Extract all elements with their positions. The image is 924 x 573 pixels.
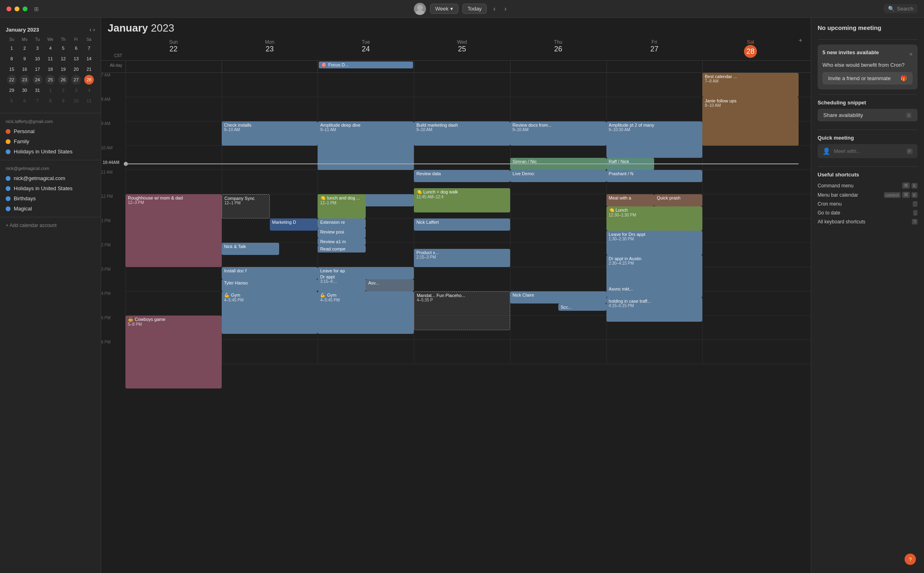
mini-cal-day[interactable]: 6 bbox=[71, 43, 81, 53]
calendar-event[interactable]: Raff / Nick bbox=[606, 158, 655, 170]
allday-cell-3[interactable]: 🎯 Focus D... bbox=[318, 61, 414, 72]
time-cell-4-8[interactable] bbox=[414, 267, 510, 291]
mini-cal-day[interactable]: 2 bbox=[20, 43, 30, 53]
time-cell-5-6[interactable] bbox=[510, 219, 606, 243]
calendar-event[interactable]: Review docs from...9–10 AM bbox=[510, 121, 606, 146]
calendar-event[interactable]: 🤠 Cowboys game5–8 PM bbox=[125, 316, 222, 388]
invite-friend-button[interactable]: Invite a friend or teammate 🎁 bbox=[822, 72, 913, 85]
sidebar-item-family[interactable]: Family bbox=[0, 136, 101, 146]
mini-cal-day[interactable]: 27 bbox=[71, 75, 81, 85]
calendar-event[interactable]: Build marketing dash9–10 AM bbox=[414, 121, 510, 146]
calendar-event[interactable]: Install doc f bbox=[222, 267, 318, 279]
mini-cal-day[interactable]: 25 bbox=[45, 75, 55, 85]
time-cell-5-11[interactable] bbox=[510, 340, 606, 364]
time-cell-5-0[interactable] bbox=[510, 73, 606, 97]
calendar-event[interactable]: Review data bbox=[414, 170, 510, 182]
calendar-event[interactable]: Janie follow ups8–10 AM bbox=[702, 97, 799, 146]
day-header-24[interactable]: Tue24 bbox=[318, 37, 414, 60]
time-cell-2-0[interactable] bbox=[222, 73, 318, 97]
calendar-event[interactable]: 🍋 Lunch + dog walk11:45 AM–12:4 bbox=[414, 188, 510, 212]
day-header-28[interactable]: Sat28 bbox=[702, 37, 799, 60]
calendar-event[interactable]: Check installs9–10 AM bbox=[222, 121, 318, 146]
calendar-event[interactable]: Nick Claire bbox=[510, 291, 606, 303]
mini-cal-day[interactable]: 11 bbox=[45, 54, 55, 64]
mini-cal-day[interactable]: 15 bbox=[7, 64, 17, 74]
mini-cal-day[interactable]: 4 bbox=[84, 85, 94, 95]
week-view-button[interactable]: Week ▾ bbox=[430, 4, 458, 14]
shortcut-row[interactable]: Command menu⌘K bbox=[818, 181, 918, 190]
meet-with-input[interactable] bbox=[834, 148, 903, 154]
time-cell-3-0[interactable] bbox=[318, 73, 414, 97]
invites-close-button[interactable]: × bbox=[909, 51, 913, 57]
time-cell-6-0[interactable] bbox=[606, 73, 703, 97]
allday-cell-6[interactable] bbox=[606, 61, 703, 72]
time-cell-7-3[interactable] bbox=[702, 146, 799, 170]
time-cell-5-8[interactable] bbox=[510, 267, 606, 291]
time-cell-1-9[interactable] bbox=[125, 291, 222, 316]
calendar-event[interactable]: Quick prash bbox=[654, 194, 702, 206]
calendar-event[interactable]: Best calendar ...7–8 AM bbox=[702, 73, 799, 97]
time-cell-4-0[interactable] bbox=[414, 73, 510, 97]
calendar-event[interactable]: 💪 Gym4–5:45 PM bbox=[222, 291, 318, 334]
day-header-23[interactable]: Mon23 bbox=[222, 37, 318, 60]
time-cell-4-3[interactable] bbox=[414, 146, 510, 170]
time-cell-6-1[interactable] bbox=[606, 97, 703, 121]
mini-cal-day[interactable]: 18 bbox=[45, 64, 55, 74]
mini-cal-day[interactable]: 8 bbox=[7, 54, 17, 64]
today-button[interactable]: Today bbox=[462, 4, 487, 14]
allday-cell-7[interactable] bbox=[702, 61, 799, 72]
time-cell-2-4[interactable] bbox=[222, 170, 318, 194]
calendar-event[interactable]: Company Sync12–1 PM bbox=[222, 194, 270, 219]
time-cell-7-4[interactable] bbox=[702, 170, 799, 194]
mini-cal-day[interactable]: 3 bbox=[71, 85, 81, 95]
calendar-event[interactable]: Nick Laffert bbox=[414, 219, 510, 231]
mini-cal-day[interactable]: 23 bbox=[20, 75, 30, 85]
calendar-event[interactable]: Leave for Drs appt1:30–2:30 PM bbox=[606, 231, 703, 255]
time-cell-1-3[interactable] bbox=[125, 146, 222, 170]
time-cell-4-1[interactable] bbox=[414, 97, 510, 121]
shortcut-row[interactable]: All keyboard shortcuts? bbox=[818, 217, 918, 226]
allday-event[interactable]: 🎯 Focus D... bbox=[319, 62, 413, 68]
time-cell-2-1[interactable] bbox=[222, 97, 318, 121]
mini-cal-day[interactable]: 10 bbox=[33, 54, 42, 64]
time-cell-3-4[interactable] bbox=[318, 170, 414, 194]
sidebar-toggle-icon[interactable]: ⊞ bbox=[34, 6, 39, 12]
time-cell-7-9[interactable] bbox=[702, 291, 799, 316]
mini-cal-day[interactable]: 2 bbox=[58, 85, 68, 95]
sidebar-item-personal[interactable]: Personal bbox=[0, 126, 101, 136]
mini-cal-day[interactable]: 1 bbox=[45, 85, 55, 95]
mini-cal-day[interactable]: 21 bbox=[84, 64, 94, 74]
calendar-event[interactable]: Read compe bbox=[318, 245, 366, 253]
calendar-event[interactable]: Amplitude pt 2 of many9–10:30 AM bbox=[606, 121, 703, 158]
mini-cal-day[interactable]: 20 bbox=[71, 64, 81, 74]
mini-cal-day[interactable]: 16 bbox=[20, 64, 30, 74]
mini-cal-day[interactable]: 29 bbox=[7, 85, 17, 95]
day-header-25[interactable]: Wed25 bbox=[414, 37, 510, 60]
mini-cal-day[interactable]: 31 bbox=[33, 85, 42, 95]
calendar-event[interactable]: Asv... bbox=[366, 279, 414, 291]
time-cell-2-11[interactable] bbox=[222, 340, 318, 364]
mini-cal-day[interactable]: 22 bbox=[7, 75, 17, 85]
calendar-event[interactable]: Prashant / N bbox=[606, 170, 703, 182]
plus-cell[interactable]: + bbox=[799, 37, 811, 60]
mini-cal-day[interactable]: 3 bbox=[33, 43, 42, 53]
mini-cal-day[interactable]: 14 bbox=[84, 54, 94, 64]
sidebar-item-magical[interactable]: Magical bbox=[0, 204, 101, 214]
shortcut-row[interactable]: Menu bar calendarcontrol⌘K bbox=[818, 190, 918, 199]
calendar-event[interactable]: Product x...2:15–3 PM bbox=[414, 249, 510, 267]
calendar-event[interactable]: Amplitude deep dive9–11 AM bbox=[318, 121, 414, 170]
mini-cal-day[interactable]: 26 bbox=[58, 75, 68, 85]
time-cell-5-1[interactable] bbox=[510, 97, 606, 121]
time-cell-7-11[interactable] bbox=[702, 340, 799, 364]
calendar-event[interactable]: Simran / Nic bbox=[510, 158, 606, 170]
mini-cal-day[interactable]: 24 bbox=[33, 75, 42, 85]
mini-cal-day[interactable]: 1 bbox=[7, 43, 17, 53]
shortcut-row[interactable]: Cron menu` bbox=[818, 199, 918, 208]
calendar-event[interactable]: Tyler Hanso bbox=[222, 279, 318, 291]
calendar-event[interactable]: Roughhouse w/ mom & dad12–3 PM bbox=[125, 194, 222, 267]
mini-cal-day[interactable]: 17 bbox=[33, 64, 42, 74]
calendar-event[interactable]: Meal with a bbox=[606, 194, 655, 206]
time-cell-4-11[interactable] bbox=[414, 340, 510, 364]
time-cell-5-7[interactable] bbox=[510, 243, 606, 267]
mini-cal-day[interactable]: 13 bbox=[71, 54, 81, 64]
